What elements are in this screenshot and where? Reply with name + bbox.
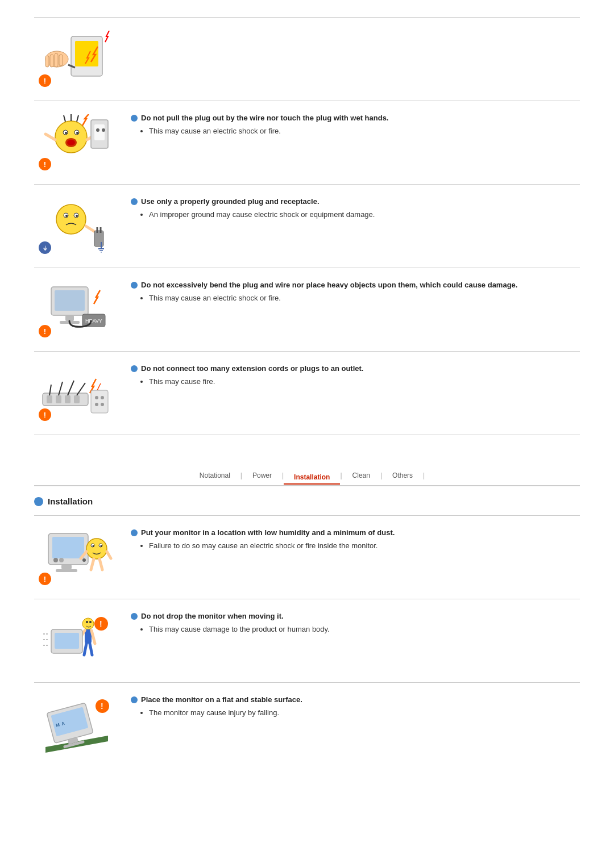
rule-bullets-no-many-cords: This may cause fire.	[149, 377, 580, 386]
svg-point-24	[56, 205, 86, 234]
nav-installation[interactable]: Installation	[284, 471, 340, 485]
rule-title-grounded: Use only a properly grounded plug and re…	[131, 197, 580, 206]
rule-title-flat-surface: Place the monitor on a flat and stable s…	[131, 695, 580, 704]
content-no-many-cords: Do not connect too many extension cords …	[119, 362, 580, 388]
svg-point-55	[95, 403, 98, 406]
warning-icon-first: !	[39, 74, 51, 87]
svg-point-23	[102, 128, 105, 132]
rule-bullets-no-bend: This may cause an electric shock or fire…	[149, 294, 580, 302]
section-block-no-pull: ! Do not pull the plug out by the wire n…	[34, 101, 580, 185]
svg-point-67	[93, 545, 94, 547]
nav-clean[interactable]: Clean	[342, 469, 380, 482]
svg-rect-1	[75, 41, 98, 66]
svg-point-53	[95, 396, 98, 399]
svg-rect-58	[52, 537, 84, 558]
svg-rect-59	[61, 565, 72, 569]
svg-rect-5	[55, 53, 58, 67]
svg-point-64	[86, 539, 107, 559]
illustration-flat-surface: M A !	[34, 693, 119, 756]
svg-line-80	[90, 644, 92, 655]
rule-bullets-grounded: An improper ground may cause electric sh…	[149, 210, 580, 219]
page-container: !	[0, 0, 614, 783]
blue-dot-flat-surface	[131, 696, 138, 703]
installation-icon	[34, 497, 43, 506]
svg-point-14	[67, 140, 75, 145]
svg-rect-39	[65, 315, 74, 321]
svg-point-56	[101, 403, 104, 406]
svg-rect-60	[56, 569, 77, 572]
illustration-no-drop: !	[34, 610, 119, 672]
svg-rect-44	[47, 395, 52, 403]
svg-rect-52	[91, 390, 108, 413]
section-block-no-bend: HEAVY ! Do not excessively bend the plug…	[34, 268, 580, 352]
section-block-grounded: ⏚ Use only a properly grounded plug and …	[34, 185, 580, 268]
svg-line-15	[64, 115, 65, 122]
content-flat-surface: Place the monitor on a flat and stable s…	[119, 693, 580, 719]
svg-point-75	[89, 621, 92, 623]
svg-rect-47	[74, 395, 80, 403]
svg-rect-30	[94, 231, 103, 247]
installation-heading: Installation	[34, 496, 580, 506]
content-no-drop: Do not drop the monitor when moving it. …	[119, 610, 580, 636]
svg-point-8	[55, 121, 87, 153]
content-no-pull: Do not pull the plug out by the wire nor…	[119, 111, 580, 137]
svg-line-71	[91, 559, 94, 570]
svg-point-12	[76, 132, 78, 134]
illustration-no-pull: !	[34, 111, 119, 174]
svg-rect-38	[55, 290, 85, 311]
svg-line-79	[84, 644, 86, 655]
rule-title-no-drop: Do not drop the monitor when moving it.	[131, 612, 580, 620]
nav-others[interactable]: Others	[382, 469, 423, 482]
svg-rect-21	[94, 124, 105, 140]
svg-point-68	[101, 545, 102, 547]
svg-point-27	[65, 215, 68, 217]
svg-point-22	[96, 128, 99, 132]
blue-dot-no-bend	[131, 282, 138, 289]
blue-dot-no-pull	[131, 115, 138, 122]
blue-dot-no-drop	[131, 613, 138, 620]
content-low-humidity: Put your monitor in a location with low …	[119, 526, 580, 552]
svg-text:!: !	[99, 619, 102, 628]
svg-point-63	[82, 558, 86, 562]
navigation-bar: Notational | Power | Installation | Clea…	[34, 469, 580, 486]
blue-dot-low-humidity	[131, 529, 138, 536]
rule-title-no-pull: Do not pull the plug out by the wire nor…	[131, 114, 580, 122]
section-block-no-drop: ! Do not drop the monitor when moving it…	[34, 599, 580, 683]
rule-bullets-flat-surface: The monitor may cause injury by falling.	[149, 708, 580, 717]
content-no-bend: Do not excessively bend the plug and wir…	[119, 278, 580, 304]
svg-point-61	[53, 558, 58, 562]
svg-point-11	[65, 132, 67, 134]
blue-dot-grounded	[131, 198, 138, 205]
svg-rect-82	[55, 633, 79, 649]
svg-point-74	[86, 621, 88, 623]
illustration-no-bend: HEAVY !	[34, 278, 119, 341]
svg-text:HEAVY: HEAVY	[85, 318, 102, 324]
svg-line-72	[99, 559, 102, 570]
nav-power[interactable]: Power	[242, 469, 282, 482]
nav-notational[interactable]: Notational	[189, 469, 240, 482]
content-grounded: Use only a properly grounded plug and re…	[119, 195, 580, 221]
svg-rect-6	[59, 55, 63, 66]
nav-sep-5: |	[423, 471, 425, 479]
svg-rect-3	[45, 56, 49, 67]
svg-text:!: !	[101, 702, 103, 711]
illustration-first: !	[34, 28, 119, 90]
svg-point-73	[82, 618, 94, 629]
ground-icon: ⏚	[39, 241, 51, 254]
svg-point-62	[59, 558, 64, 562]
section-block-low-humidity: ! Put your monitor in a location with lo…	[34, 515, 580, 599]
spacer-before-nav	[34, 435, 580, 452]
rule-bullets-low-humidity: Failure to do so may cause an electric s…	[149, 541, 580, 550]
svg-line-78	[92, 631, 95, 644]
rule-title-low-humidity: Put your monitor in a location with low …	[131, 528, 580, 537]
section-block-flat-surface: M A ! Place the monitor on a flat and st…	[34, 683, 580, 766]
illustration-low-humidity: !	[34, 526, 119, 589]
rule-bullets-no-drop: This may cause damage to the product or …	[149, 625, 580, 633]
illustration-no-many-cords: !	[34, 362, 119, 424]
svg-line-17	[77, 115, 78, 122]
svg-rect-46	[65, 395, 70, 403]
svg-point-54	[101, 396, 104, 399]
rule-bullets-no-pull: This may cause an electric shock or fire…	[149, 127, 580, 135]
blue-dot-no-many-cords	[131, 365, 138, 372]
content-first	[119, 28, 580, 30]
